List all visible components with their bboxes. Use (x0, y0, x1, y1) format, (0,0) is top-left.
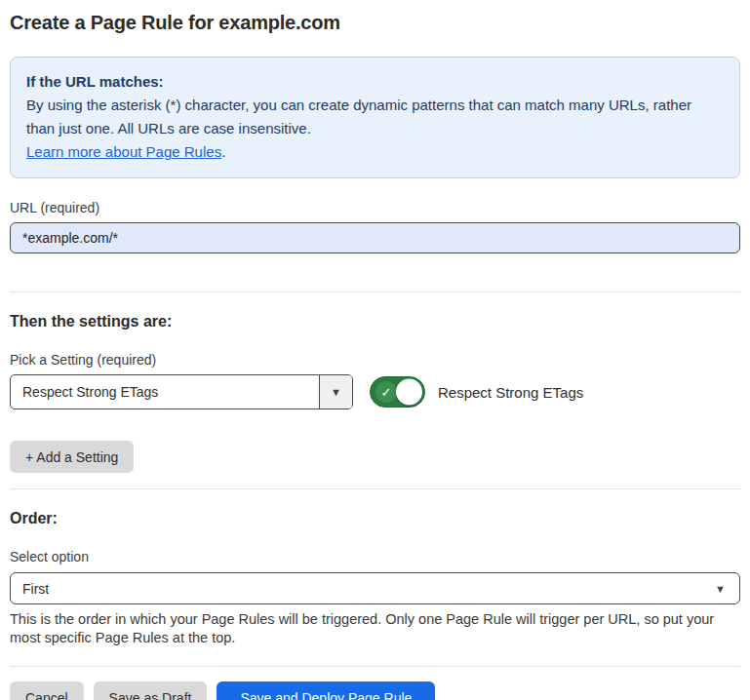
info-box-body: By using the asterisk (*) character, you… (26, 94, 724, 164)
footer-actions: Cancel Save as Draft Save and Deploy Pag… (10, 681, 740, 700)
add-setting-button[interactable]: + Add a Setting (10, 441, 134, 473)
setting-select-value: Respect Strong ETags (11, 375, 319, 408)
chevron-down-icon: ▼ (715, 583, 726, 595)
divider (10, 488, 740, 489)
setting-row: Respect Strong ETags ▼ ✓ Respect Strong … (10, 374, 740, 409)
divider (10, 666, 740, 667)
page-rule-form: Create a Page Rule for example.com If th… (0, 12, 750, 700)
dropdown-arrow-icon: ▼ (331, 386, 341, 398)
order-section-heading: Order: (10, 510, 740, 527)
info-box-body-text: By using the asterisk (*) character, you… (26, 97, 691, 136)
setting-toggle[interactable]: ✓ (370, 376, 425, 408)
save-as-draft-button[interactable]: Save as Draft (94, 681, 208, 700)
page-title: Create a Page Rule for example.com (10, 12, 740, 34)
pick-setting-label: Pick a Setting (required) (10, 352, 740, 368)
setting-select[interactable]: Respect Strong ETags ▼ (10, 374, 353, 409)
order-select-value: First (22, 581, 49, 597)
setting-select-arrow-button[interactable]: ▼ (319, 375, 352, 408)
order-select-label: Select option (10, 549, 740, 564)
link-suffix: . (221, 143, 225, 160)
url-field-label: URL (required) (10, 200, 740, 215)
order-help-text: This is the order in which your Page Rul… (10, 610, 740, 647)
checkmark-icon: ✓ (375, 381, 397, 403)
settings-section-heading: Then the settings are: (10, 313, 740, 331)
url-match-info-box: If the URL matches: By using the asteris… (10, 57, 740, 178)
order-select[interactable]: First ▼ (10, 572, 740, 604)
toggle-knob (396, 379, 422, 406)
divider (10, 292, 740, 292)
save-and-deploy-button[interactable]: Save and Deploy Page Rule (217, 681, 435, 700)
info-box-heading: If the URL matches: (26, 70, 724, 94)
cancel-button[interactable]: Cancel (10, 681, 84, 700)
learn-more-link[interactable]: Learn more about Page Rules (26, 143, 221, 160)
url-input[interactable] (10, 222, 740, 253)
toggle-label: Respect Strong ETags (438, 384, 583, 401)
